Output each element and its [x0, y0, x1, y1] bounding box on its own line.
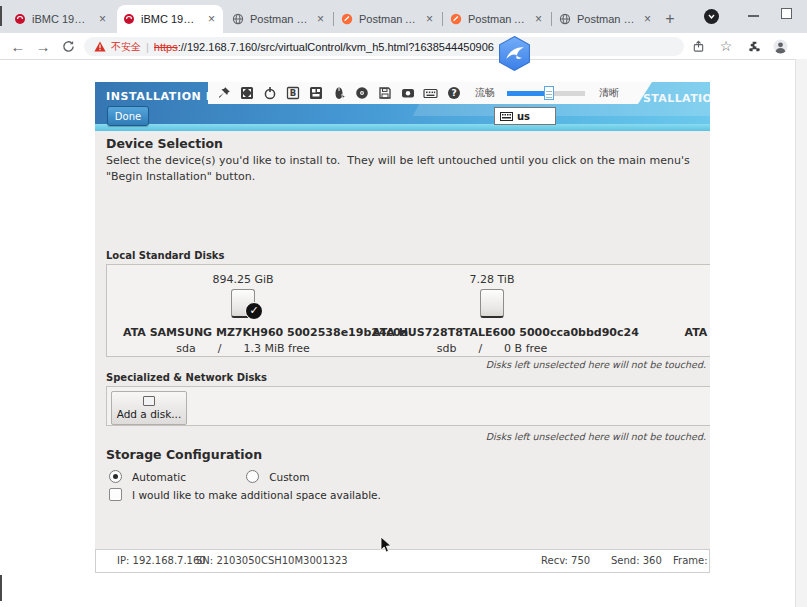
ibmc-icon	[123, 13, 135, 25]
tab-ibmc-2-active[interactable]: iBMC 192.168.7.16 ×	[117, 5, 223, 33]
device-selection-description: Select the device(s) you'd like to insta…	[106, 153, 698, 185]
record-icon[interactable]	[400, 86, 415, 101]
tab-title: Postman API Platfo	[468, 13, 527, 25]
tab-close-icon[interactable]: ×	[315, 12, 326, 26]
drive-icon: ✓	[231, 289, 255, 318]
soft-keyboard-icon[interactable]	[423, 86, 438, 101]
tab-postman-browser-1[interactable]: Postman - Browse ×	[226, 5, 332, 33]
tab-title: iBMC 192.168.7.16	[32, 13, 91, 25]
radio-custom[interactable]	[246, 470, 259, 483]
installer-title-right-fragment: STALLATION	[643, 92, 710, 105]
profile-avatar[interactable]	[770, 36, 790, 56]
extensions-puzzle-icon[interactable]	[744, 36, 764, 56]
mouse-icon[interactable]	[331, 86, 346, 101]
device-selection-title: Device Selection	[106, 136, 223, 151]
hotkeys-icon[interactable]	[308, 86, 323, 101]
header-cyan-band	[95, 124, 710, 131]
storage-config-radios: Automatic Custom	[109, 466, 309, 485]
disk-name: ATA HUS728T8TAL	[621, 326, 710, 339]
window-maximize-button[interactable]	[781, 8, 792, 19]
unselected-note: Disks left unselected here will not be t…	[486, 431, 706, 442]
disk-sda[interactable]: 894.25 GiB ✓ ATA SAMSUNG MZ7KH960 500253…	[123, 273, 363, 355]
additional-space-label: I would like to make additional space av…	[132, 489, 381, 501]
new-tab-button[interactable]: +	[658, 7, 682, 31]
fullscreen-icon[interactable]	[239, 86, 254, 101]
done-button[interactable]: Done	[107, 106, 149, 126]
keyboard-layout-label: us	[517, 111, 530, 122]
postman-icon	[450, 13, 462, 25]
key-b-icon[interactable]: B	[285, 86, 300, 101]
quality-slider[interactable]	[507, 86, 585, 100]
tab-close-icon[interactable]: ×	[642, 12, 653, 26]
keyboard-layout-indicator[interactable]: us	[494, 107, 556, 125]
back-icon[interactable]: ←	[8, 36, 28, 56]
disk-free: 0 B free	[504, 342, 547, 355]
bookmark-star-icon[interactable]: ☆	[716, 36, 736, 56]
disk-sdb[interactable]: 7.28 TiB ATA HUS728T8TALE600 5000cca0bbd…	[372, 273, 612, 355]
tab-separator	[333, 12, 334, 26]
disk-name: ATA HUS728T8TALE600 5000cca0bbd90c24	[372, 326, 612, 339]
add-disk-label: Add a disk...	[117, 408, 182, 420]
quality-smooth-label: 流畅	[475, 86, 495, 100]
help-icon[interactable]: ?	[446, 86, 461, 101]
disk-free: 1.3 MiB free	[243, 342, 309, 355]
kvm-viewport: INSTALLATION DEST STALLATION Done us B ?…	[95, 82, 710, 573]
tab-close-icon[interactable]: ×	[533, 12, 544, 26]
slider-fill	[507, 91, 548, 96]
disk-dev-row: sdc	[621, 342, 710, 355]
tab-close-icon[interactable]: ×	[424, 12, 435, 26]
globe-icon	[232, 13, 244, 25]
tab-title: Postman - Browse	[250, 13, 309, 25]
disk-slash: /	[478, 342, 482, 355]
status-recv: Recv: 750	[541, 555, 590, 566]
forward-icon[interactable]: →	[33, 36, 53, 56]
storage-config-title: Storage Configuration	[106, 447, 262, 462]
tab-postman-api-1[interactable]: Postman API Platfo ×	[335, 5, 441, 33]
status-sn: SN: 2103050CSH10M3001323	[196, 555, 348, 566]
unselected-note: Disks left unselected here will not be t…	[486, 359, 706, 370]
disk-slash: /	[218, 342, 222, 355]
tab-postman-api-2[interactable]: Postman API Platfo ×	[444, 5, 550, 33]
url-divider: |	[146, 41, 149, 53]
url-rest: ://192.168.7.160/src/virtualControl/kvm_…	[178, 41, 494, 53]
network-disks-panel: Add a disk...	[106, 386, 710, 426]
disk-name: ATA SAMSUNG MZ7KH960 5002538e19b24c0a	[123, 326, 363, 339]
tab-postman-browser-2[interactable]: Postman - Browse ×	[553, 5, 659, 33]
floppy-icon[interactable]	[377, 86, 392, 101]
power-icon[interactable]	[262, 86, 277, 101]
kvm-status-bar: IP: 192.168.7.160 SN: 2103050CSH10M30013…	[95, 549, 710, 573]
disk-sdc[interactable]: 7 ATA HUS728T8TAL sdc	[621, 273, 710, 355]
svg-text:?: ?	[451, 88, 456, 98]
cd-icon[interactable]	[354, 86, 369, 101]
tab-separator	[551, 12, 552, 26]
radio-automatic[interactable]	[109, 470, 122, 483]
status-send: Send: 360	[611, 555, 662, 566]
reload-icon[interactable]	[58, 36, 78, 56]
tab-title: Postman - Browse	[577, 13, 636, 25]
kvm-toolbar: B ? 流畅 清晰	[208, 82, 652, 104]
add-disk-button[interactable]: Add a disk...	[111, 391, 187, 425]
disk-size: 7.28 TiB	[372, 273, 612, 286]
tab-close-icon[interactable]: ×	[97, 12, 108, 26]
additional-space-checkbox[interactable]	[109, 488, 122, 501]
keyboard-icon	[500, 112, 513, 121]
tab-title: iBMC 192.168.7.16	[141, 13, 200, 25]
share-icon[interactable]	[688, 36, 708, 56]
slider-handle[interactable]	[544, 86, 554, 100]
local-disks-panel: 894.25 GiB ✓ ATA SAMSUNG MZ7KH960 500253…	[106, 264, 710, 357]
page-scrollbar[interactable]	[795, 59, 807, 607]
tab-close-icon[interactable]: ×	[206, 12, 217, 26]
pin-icon[interactable]	[216, 86, 231, 101]
tab-title: Postman API Platfo	[359, 13, 418, 25]
hexagon-bird-app-icon[interactable]	[496, 35, 533, 72]
ibmc-icon	[14, 13, 26, 25]
network-disks-label: Specialized & Network Disks	[106, 372, 267, 383]
browser-update-icon[interactable]	[704, 9, 719, 24]
svg-text:B: B	[289, 88, 295, 98]
window-minimize-button[interactable]	[748, 15, 759, 17]
tab-ibmc-1[interactable]: iBMC 192.168.7.16 ×	[8, 5, 114, 33]
globe-icon	[559, 13, 571, 25]
address-bar[interactable]: 不安全 | https://192.168.7.160/src/virtualC…	[84, 37, 684, 56]
add-disk-icon	[143, 396, 155, 406]
tab-separator	[442, 12, 443, 26]
